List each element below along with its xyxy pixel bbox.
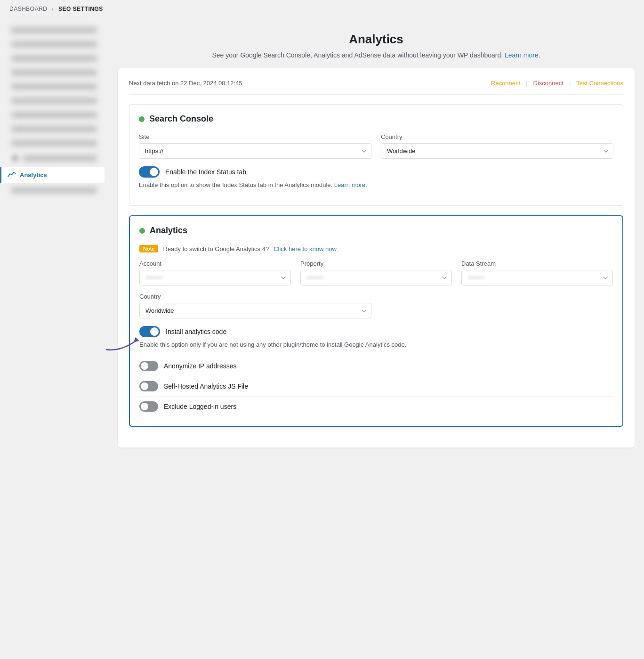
arrow-annotation-svg [102, 331, 144, 354]
analytics-status-dot [139, 228, 145, 234]
self-hosted-slider [139, 381, 158, 391]
account-label: Account [139, 260, 291, 267]
site-label: Site [139, 133, 371, 140]
data-stream-select[interactable]: •••••••• [461, 270, 613, 285]
sidebar-analytics-label: Analytics [20, 171, 47, 179]
analytics-country-form-group: Country Worldwide [139, 293, 371, 318]
country-select[interactable]: Worldwide [381, 143, 613, 159]
anonymize-label: Anonymize IP addresses [164, 362, 237, 370]
country-form-group: Country Worldwide [381, 133, 613, 159]
svg-marker-0 [134, 337, 139, 342]
content-area: Analytics See your Google Search Console… [108, 18, 644, 659]
sub-toggles: Anonymize IP addresses Self-Hosted Analy… [139, 356, 613, 416]
sub-toggle-self-hosted: Self-Hosted Analytics JS File [139, 376, 613, 396]
search-console-status-dot [139, 116, 145, 122]
sub-toggle-anonymize: Anonymize IP addresses [139, 356, 613, 376]
self-hosted-toggle[interactable] [139, 381, 158, 391]
sidebar-item-6[interactable] [4, 94, 105, 107]
property-label: Property [300, 260, 452, 267]
index-status-toggle[interactable] [139, 166, 160, 178]
note-text: Ready to switch to Google Analytics 4? [163, 245, 269, 252]
data-stream-form-group: Data Stream •••••••• [461, 260, 613, 285]
disconnect-link[interactable]: Disconnect [533, 80, 564, 87]
analytics-section: Analytics Note Ready to switch to Google… [129, 215, 623, 427]
exclude-logged-slider [139, 401, 158, 412]
data-stream-label: Data Stream [461, 260, 613, 267]
install-code-container: Install analytics code [139, 326, 613, 337]
learn-more-link[interactable]: Learn more [505, 51, 539, 59]
index-status-label: Enable the Index Status tab [165, 168, 246, 176]
install-code-toggle-row: Install analytics code [139, 326, 613, 337]
country-label: Country [381, 133, 613, 140]
install-code-slider [139, 326, 160, 337]
settings-card: Next data fetch on 22 Dec, 2024 08:12:45… [118, 68, 635, 447]
search-console-header: Search Console [139, 114, 613, 124]
breadcrumb-current: SEO SETTINGS [58, 6, 103, 12]
index-status-description: Enable this option to show the Index Sta… [139, 181, 613, 188]
test-connections-link[interactable]: Test Connections [576, 80, 623, 87]
site-select[interactable]: https:// [139, 143, 371, 159]
sidebar-item-8[interactable] [4, 122, 105, 136]
property-form-group: Property •••••••• [300, 260, 452, 285]
reconnect-link[interactable]: Reconnect [491, 80, 520, 87]
sidebar-item-3[interactable] [4, 52, 105, 65]
search-console-section: Search Console Site https:// Country [129, 104, 623, 206]
install-code-description: Enable this option only if you are not u… [139, 341, 613, 348]
sidebar-item-7[interactable] [4, 108, 105, 122]
note-bar: Note Ready to switch to Google Analytics… [139, 245, 613, 252]
self-hosted-label: Self-Hosted Analytics JS File [164, 382, 248, 390]
exclude-logged-label: Exclude Logged-in users [164, 403, 236, 410]
analytics-country-label: Country [139, 293, 371, 300]
sidebar-item-1[interactable] [4, 24, 105, 37]
page-subtitle: See your Google Search Console, Analytic… [127, 51, 625, 59]
search-console-form-row: Site https:// Country Worldwide [139, 133, 613, 159]
chart-icon [8, 171, 16, 179]
install-code-toggle[interactable] [139, 326, 160, 337]
separator-2: | [569, 80, 571, 87]
breadcrumb-separator: / [52, 6, 54, 12]
sidebar-item-11[interactable] [4, 184, 105, 197]
property-select[interactable]: •••••••• [300, 270, 452, 285]
breadcrumb-home[interactable]: DASHBOARD [9, 6, 48, 12]
top-actions: Reconnect | Disconnect | Test Connection… [491, 80, 623, 87]
account-select[interactable]: •••••••• [139, 270, 291, 285]
analytics-form-row-2: Country Worldwide [139, 293, 613, 318]
sidebar: Analytics [0, 18, 108, 659]
exclude-logged-toggle[interactable] [139, 401, 158, 412]
sidebar-item-9[interactable] [4, 137, 105, 150]
sidebar-item-4[interactable] [4, 66, 105, 79]
install-code-label: Install analytics code [166, 328, 226, 335]
note-badge: Note [139, 245, 158, 252]
index-status-toggle-row: Enable the Index Status tab [139, 166, 613, 178]
page-title: Analytics [127, 32, 625, 47]
sub-toggle-exclude-logged: Exclude Logged-in users [139, 396, 613, 416]
sidebar-item-2[interactable] [4, 38, 105, 51]
analytics-section-title: Analytics [150, 226, 187, 236]
next-fetch-text: Next data fetch on 22 Dec, 2024 08:12:45 [129, 80, 242, 87]
analytics-form-row-1: Account •••••••• Property •••••••• [139, 260, 613, 285]
note-link[interactable]: Click here to know how [274, 245, 337, 252]
card-top-bar: Next data fetch on 22 Dec, 2024 08:12:45… [129, 80, 623, 95]
breadcrumb: DASHBOARD / SEO SETTINGS [0, 0, 644, 18]
analytics-country-select[interactable]: Worldwide [139, 303, 371, 318]
analytics-section-header: Analytics [139, 226, 613, 236]
site-form-group: Site https:// [139, 133, 371, 159]
page-header: Analytics See your Google Search Console… [118, 18, 635, 68]
sidebar-item-5[interactable] [4, 80, 105, 93]
anonymize-toggle[interactable] [139, 361, 158, 371]
separator-1: | [526, 80, 527, 87]
sidebar-item-10[interactable] [4, 151, 105, 166]
anonymize-slider [139, 361, 158, 371]
account-form-group: Account •••••••• [139, 260, 291, 285]
sidebar-item-analytics[interactable]: Analytics [0, 167, 105, 183]
search-console-title: Search Console [149, 114, 213, 124]
index-status-learn-more[interactable]: Learn more. [334, 181, 367, 188]
index-status-slider [139, 166, 160, 178]
